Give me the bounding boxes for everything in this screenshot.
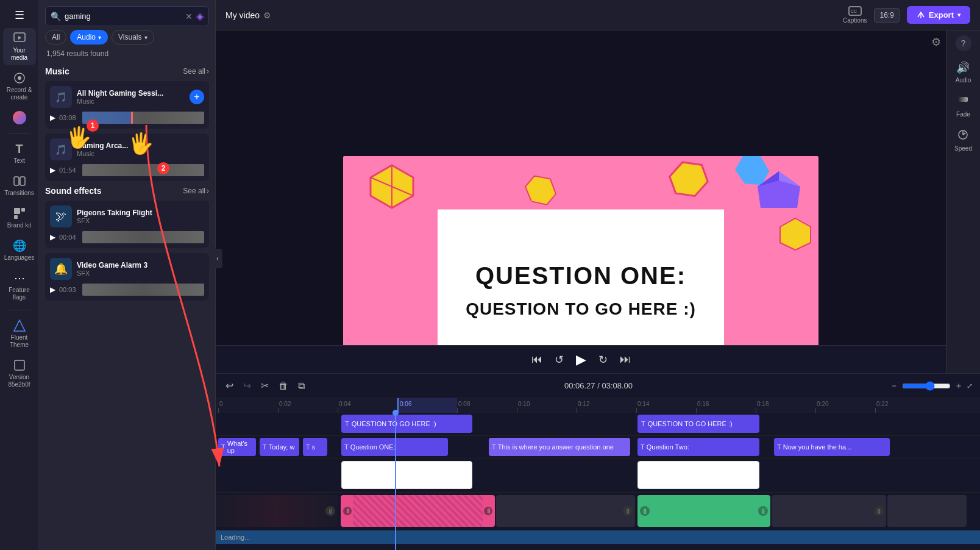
forward-button[interactable]: ↻ [596, 351, 610, 369]
sfx-waveform-1[interactable] [82, 231, 204, 243]
ruler-mark-12: 0:12 [577, 398, 636, 413]
music-add-button-1[interactable]: + [190, 90, 204, 104]
svg-marker-24 [520, 170, 561, 210]
cube-left-mid [526, 174, 556, 207]
rewind-button[interactable]: ↺ [552, 351, 566, 369]
delete-button[interactable]: 🗑 [276, 378, 291, 394]
audio-panel-item[interactable]: 🔊 Audio [956, 61, 971, 84]
duplicate-button[interactable]: ⧉ [296, 378, 307, 394]
clip-question-2[interactable]: T QUESTION TO GO HERE :) [637, 415, 759, 433]
help-button[interactable]: ? [956, 35, 971, 51]
fade-icon [957, 93, 969, 109]
speed-panel-item[interactable]: Speed [954, 127, 972, 152]
speed-icon [957, 127, 969, 143]
clip-handle-left-4[interactable]: ⧛ [640, 506, 650, 516]
video-clip-2[interactable]: ⧛ [496, 495, 635, 527]
search-bar: 🔍 ✕ ◈ [45, 6, 209, 26]
clip-now-you-have[interactable]: TNow you have the ha... [774, 438, 890, 456]
sidebar-item-label-feature-flags: Feature flags [5, 287, 34, 301]
sfx-waveform-2[interactable] [82, 284, 204, 296]
main-area: My video ⚙ CC Captions 16:9 Export ▾ ⚙ [216, 0, 980, 550]
preview-settings-icon[interactable]: ⚙ [931, 35, 941, 49]
timeline-ruler: 0 0:02 0:04 0:06 0:08 [216, 398, 980, 413]
ruler-mark-18: 0:18 [756, 398, 815, 413]
project-settings-icon[interactable]: ⚙ [263, 10, 271, 20]
timeline-toolbar: ↩ ↪ ✂ 🗑 ⧉ 00:06.27 / 03:08.00 － ＋ ⤢ [216, 374, 980, 398]
filter-tab-visuals[interactable]: Visuals ▾ [112, 30, 154, 45]
sfx-see-all-button[interactable]: See all › [183, 187, 209, 195]
clip-today[interactable]: TToday, w [260, 438, 299, 456]
clip-question-1[interactable]: T QUESTION TO GO HERE :) [341, 415, 472, 433]
video-clip-4[interactable] [887, 495, 967, 527]
music-waveform-2[interactable] [82, 164, 204, 176]
clip-handle[interactable]: ⧛ [325, 506, 335, 516]
clip-handle-right-4[interactable]: ⧛ [758, 506, 768, 516]
sidebar-item-your-media[interactable]: Your media [3, 28, 36, 65]
sidebar-item-record[interactable]: Record & create [3, 68, 36, 105]
sfx-type-2: SFX [77, 270, 204, 277]
clip-t-s[interactable]: Ts [303, 438, 327, 456]
cut-button[interactable]: ✂ [258, 377, 271, 394]
sfx-play-button-1[interactable]: ▶ [50, 233, 55, 241]
skip-forward-button[interactable]: ⏭ [617, 351, 633, 368]
zoom-slider[interactable] [902, 381, 951, 391]
sidebar-item-feature-flags[interactable]: ⋯ Feature flags [3, 268, 36, 305]
export-button[interactable]: Export ▾ [907, 6, 970, 24]
clip-handle-3[interactable]: ⧛ [874, 506, 884, 516]
video-clip-3[interactable]: ⧛ [772, 495, 886, 527]
fade-panel-item[interactable]: Fade [956, 93, 970, 118]
undo-button[interactable]: ↩ [223, 377, 236, 394]
search-clear-button[interactable]: ✕ [185, 12, 193, 21]
sidebar-item-fluent-theme[interactable]: Fluent Theme [3, 315, 36, 352]
skip-back-button[interactable]: ⏮ [529, 351, 545, 368]
clip-handle-right[interactable]: ⧛ [484, 507, 492, 515]
sidebar-item-text[interactable]: T Text [3, 138, 36, 168]
white-clip-1[interactable] [341, 461, 472, 489]
search-input[interactable] [65, 12, 182, 21]
captions-panel[interactable]: CC Captions [843, 6, 867, 24]
music-waveform-1[interactable] [82, 112, 204, 124]
play-button[interactable]: ▶ [573, 349, 589, 370]
sidebar-item-menu[interactable]: ☰ [3, 5, 36, 26]
text-track-bottom: TWhat's up TToday, w Ts TQuestion ONE: T… [216, 436, 980, 459]
video-clip-green[interactable]: ⧛ ⧛ [637, 495, 770, 527]
sidebar-item-brand-color[interactable] [3, 107, 36, 128]
music-see-all-button[interactable]: See all › [183, 67, 209, 76]
search-diamond-icon[interactable]: ◈ [196, 10, 204, 22]
redo-button[interactable]: ↪ [241, 377, 254, 394]
cube-2 [669, 159, 709, 201]
sfx-name-1: Pigeons Taking Flight [77, 209, 204, 217]
aspect-ratio-selector[interactable]: 16:9 [874, 8, 899, 23]
filter-tab-all[interactable]: All [45, 30, 66, 45]
filter-tab-audio[interactable]: Audio ▾ [70, 30, 108, 45]
music-section-title: Music [45, 66, 69, 76]
panel-collapse-button[interactable]: ‹ [213, 249, 222, 268]
sidebar-item-brand-kit[interactable]: Brand kit [3, 203, 36, 233]
zoom-in-button[interactable]: ＋ [954, 380, 963, 391]
clip-answer-one[interactable]: TThis is where you answer question one [489, 438, 630, 456]
sfx-section-header: Sound effects See all › [45, 186, 209, 196]
clip-handle-left[interactable]: ⧛ [343, 507, 352, 515]
video-clip-pink[interactable]: ⧛ ⧛ [341, 495, 495, 527]
brand-color-icon [13, 111, 26, 124]
languages-icon: 🌐 [13, 239, 26, 252]
clip-handle-2[interactable]: ⧛ [623, 506, 633, 516]
brand-kit-icon [13, 207, 26, 220]
clip-question-one[interactable]: TQuestion ONE: [341, 438, 448, 456]
clip-question-two[interactable]: TQuestion Two: [637, 438, 759, 456]
music-play-button-2[interactable]: ▶ [50, 166, 55, 174]
video-clip-1[interactable]: ⧛ [216, 495, 338, 527]
music-play-button-1[interactable]: ▶ [50, 113, 55, 122]
clip-whatsup[interactable]: TWhat's up [218, 438, 256, 456]
sidebar-item-languages[interactable]: 🌐 Languages [3, 235, 36, 265]
sidebar-item-transitions[interactable]: Transitions [3, 171, 36, 201]
zoom-out-button[interactable]: － [890, 380, 898, 391]
svg-marker-8 [14, 320, 25, 331]
fit-button[interactable]: ⤢ [967, 382, 973, 390]
white-clip-2[interactable] [637, 461, 759, 489]
music-thumb-2: 🎵 [50, 138, 72, 160]
sidebar-item-version[interactable]: Version 85e2b0f [3, 355, 36, 392]
sfx-play-button-2[interactable]: ▶ [50, 285, 55, 294]
menu-icon: ☰ [13, 9, 26, 22]
cube-1 [367, 162, 416, 213]
